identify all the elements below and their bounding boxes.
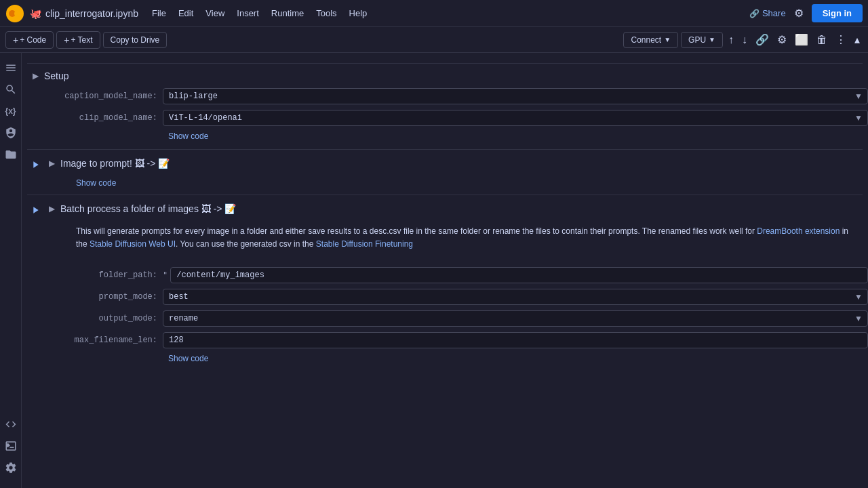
- batch-process-title: Batch process a folder of images 🖼 -> 📝: [60, 203, 236, 214]
- settings-icon[interactable]: ⚙: [794, 7, 804, 20]
- image-to-prompt-row: ▶ Image to prompt! 🖼 -> 📝: [22, 152, 868, 174]
- clip-model-select[interactable]: ViT-L-14/openai ViT-B-32/openai ViT-H-14…: [163, 110, 868, 126]
- prompt-mode-select-wrapper: best fast classic negative ▼: [163, 289, 868, 305]
- copy-to-drive-button[interactable]: Copy to Drive: [103, 32, 167, 48]
- gpu-dropdown-arrow: ▼: [709, 36, 715, 43]
- folder-path-row: folder_path: ": [54, 267, 868, 283]
- delete-button[interactable]: 🗑: [814, 31, 830, 49]
- plus-text-icon: +: [64, 35, 69, 45]
- batch-process-description: This will generate prompts for every ima…: [76, 225, 857, 251]
- sidebar-icon-search[interactable]: [1, 80, 20, 99]
- cell-settings-button[interactable]: ⚙: [774, 30, 789, 49]
- colab-logo-icon: [5, 4, 24, 23]
- caption-model-label: caption_model_name:: [54, 92, 163, 101]
- menu-insert[interactable]: Insert: [231, 5, 264, 21]
- stable-diffusion-finetuning-link[interactable]: Stable Diffusion Finetuning: [316, 239, 413, 249]
- menu-runtime[interactable]: Runtime: [266, 5, 309, 21]
- dreambooth-link[interactable]: DreamBooth extension: [757, 226, 840, 236]
- batch-process-header[interactable]: ▶ Batch process a folder of images 🖼 -> …: [43, 199, 863, 218]
- stable-diffusion-web-ui-link[interactable]: Stable Diffusion Web UI: [90, 239, 176, 249]
- move-up-button[interactable]: ↑: [726, 31, 736, 49]
- output-mode-select[interactable]: rename csv captions: [163, 310, 868, 327]
- more-options-button[interactable]: ⋮: [833, 30, 849, 49]
- caption-model-select[interactable]: blip-large blip-base git-large-coco: [163, 88, 868, 104]
- svg-point-2: [14, 10, 21, 17]
- gpu-label: GPU: [688, 35, 706, 45]
- signin-button[interactable]: Sign in: [812, 4, 863, 22]
- add-text-button[interactable]: + + Text: [56, 31, 100, 49]
- collapse-button[interactable]: ▴: [852, 30, 863, 49]
- mirror-button[interactable]: ⬜: [792, 30, 811, 49]
- menu-edit[interactable]: Edit: [173, 5, 199, 21]
- caption-model-select-wrapper: blip-large blip-base git-large-coco ▼: [163, 88, 868, 104]
- sidebar-icon-terminal[interactable]: [1, 436, 20, 455]
- folder-path-label: folder_path:: [54, 270, 163, 280]
- batch-process-run-button[interactable]: [27, 202, 43, 218]
- menu-tools[interactable]: Tools: [311, 5, 342, 21]
- max-filename-len-label: max_filename_len:: [54, 336, 163, 345]
- sidebar-bottom-icons: [1, 415, 20, 483]
- sidebar-icon-toc[interactable]: [1, 58, 20, 77]
- connect-label: Connect: [631, 35, 661, 45]
- add-code-button[interactable]: + + Code: [5, 31, 54, 49]
- image-to-prompt-chevron-icon[interactable]: ▶: [49, 159, 55, 168]
- batch-fields: folder_path: " prompt_mode: best fast cl…: [54, 264, 868, 369]
- share-link-icon: 🔗: [749, 9, 760, 18]
- sidebar-icon-files[interactable]: [1, 145, 20, 164]
- setup-show-code-link[interactable]: Show code: [168, 131, 868, 141]
- move-down-button[interactable]: ↓: [739, 31, 750, 49]
- output-mode-label: output_mode:: [54, 314, 163, 323]
- output-mode-row: output_mode: rename csv captions ▼: [54, 310, 868, 327]
- setup-chevron-icon[interactable]: ▶: [33, 71, 39, 81]
- gpu-button[interactable]: GPU ▼: [681, 32, 723, 48]
- toolbar: + + Code + + Text Copy to Drive Connect …: [0, 27, 868, 53]
- topbar-right: 🔗 Share ⚙ Sign in: [749, 4, 863, 22]
- image-to-prompt-section: ▶ Image to prompt! 🖼 -> 📝 Show code: [22, 152, 868, 192]
- image-to-prompt-show-code-link[interactable]: Show code: [76, 178, 868, 188]
- caption-model-row: caption_model_name: blip-large blip-base…: [54, 88, 868, 104]
- prompt-mode-label: prompt_mode:: [54, 292, 163, 302]
- image-to-prompt-title: Image to prompt! 🖼 -> 📝: [60, 158, 170, 169]
- file-title-area: 🐙 clip_interrogator.ipynb: [30, 8, 138, 19]
- setup-header-row: ▶ Setup: [22, 66, 868, 85]
- menu-help[interactable]: Help: [344, 5, 373, 21]
- link-button[interactable]: 🔗: [753, 30, 772, 49]
- prompt-mode-select[interactable]: best fast classic negative: [163, 289, 868, 305]
- add-text-label: + Text: [71, 35, 92, 45]
- batch-process-section: ▶ Batch process a folder of images 🖼 -> …: [22, 198, 868, 369]
- topbar: 🐙 clip_interrogator.ipynb File Edit View…: [0, 0, 868, 27]
- share-link[interactable]: 🔗 Share: [749, 8, 786, 18]
- top-divider: [27, 58, 863, 64]
- image-to-prompt-run-button[interactable]: [27, 157, 43, 173]
- image-to-prompt-header[interactable]: ▶ Image to prompt! 🖼 -> 📝: [43, 154, 863, 173]
- clip-model-select-wrapper: ViT-L-14/openai ViT-B-32/openai ViT-H-14…: [163, 110, 868, 126]
- max-filename-len-input[interactable]: [163, 332, 868, 348]
- sidebar-icon-settings-bottom[interactable]: [1, 458, 20, 477]
- notebook-content: ▶ Setup caption_model_name: blip-large b…: [22, 53, 868, 488]
- menu-bar: File Edit View Insert Runtime Tools Help: [146, 5, 372, 21]
- batch-process-chevron-icon[interactable]: ▶: [49, 204, 55, 214]
- prompt-mode-row: prompt_mode: best fast classic negative …: [54, 289, 868, 305]
- menu-view[interactable]: View: [200, 5, 230, 21]
- clip-model-label: clip_model_name:: [54, 113, 163, 123]
- left-sidebar: {x}: [0, 53, 22, 488]
- sidebar-icon-code-editor[interactable]: [1, 415, 20, 434]
- folder-path-input[interactable]: [170, 267, 868, 283]
- add-code-label: + Code: [20, 35, 46, 45]
- sidebar-icon-variables[interactable]: {x}: [1, 102, 20, 121]
- toolbar-actions: ↑ ↓ 🔗 ⚙ ⬜ 🗑 ⋮ ▴: [726, 30, 863, 49]
- file-name: clip_interrogator.ipynb: [45, 8, 138, 19]
- setup-section: ▶ Setup caption_model_name: blip-large b…: [22, 66, 868, 146]
- setup-section-header[interactable]: ▶ Setup: [27, 66, 863, 85]
- folder-path-quote: ": [163, 270, 170, 280]
- setup-title: Setup: [44, 70, 69, 81]
- connect-button[interactable]: Connect ▼: [623, 32, 678, 48]
- batch-process-show-code-link[interactable]: Show code: [168, 354, 868, 363]
- batch-process-header-row: ▶ Batch process a folder of images 🖼 -> …: [22, 198, 868, 220]
- github-icon: 🐙: [30, 8, 41, 19]
- menu-file[interactable]: File: [146, 5, 172, 21]
- sidebar-icon-secrets[interactable]: [1, 123, 20, 142]
- setup-fields: caption_model_name: blip-large blip-base…: [54, 85, 868, 146]
- output-mode-select-wrapper: rename csv captions ▼: [163, 310, 868, 327]
- max-filename-len-row: max_filename_len:: [54, 332, 868, 348]
